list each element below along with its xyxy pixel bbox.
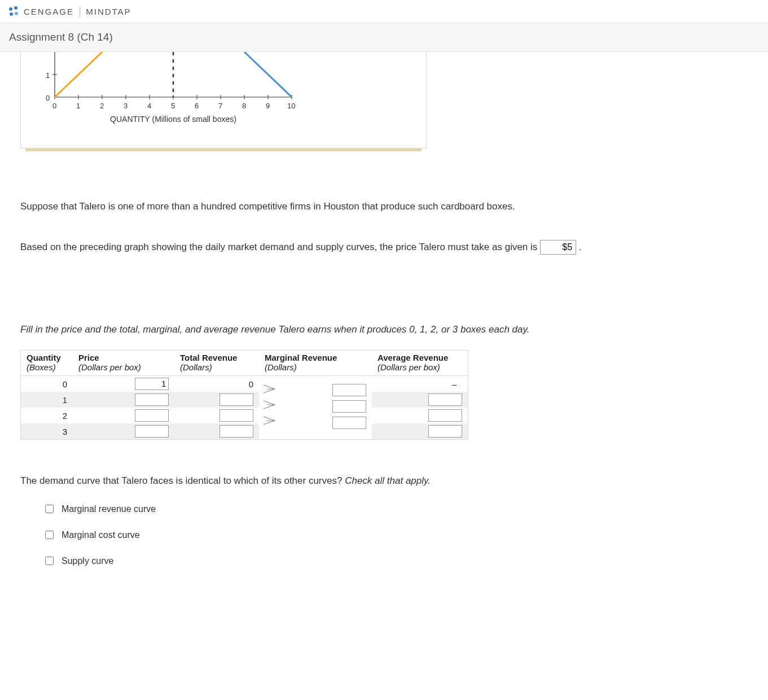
mr-cell-input[interactable] <box>332 384 366 396</box>
revenue-table: Quantity Price Total Revenue Marginal Re… <box>21 351 468 439</box>
fill-instruction: Fill in the price and the total, margina… <box>20 322 748 337</box>
ar-cell-input[interactable] <box>428 393 462 406</box>
price-cell-input[interactable] <box>135 393 169 406</box>
brand-header: CENGAGE | MINDTAP <box>0 0 768 23</box>
th-price: Price <box>73 351 174 362</box>
svg-point-2 <box>10 12 13 16</box>
paragraph-1: Suppose that Talero is one of more than … <box>20 199 748 214</box>
th-ar-sub: (Dollars per box) <box>372 362 468 376</box>
paragraph-2: Based on the preceding graph showing the… <box>20 240 748 255</box>
check-prompt-pre: The demand curve that Talero faces is id… <box>20 475 345 486</box>
paragraph-2-pre: Based on the preceding graph showing the… <box>20 242 537 252</box>
th-mr-sub: (Dollars) <box>259 362 372 376</box>
check-prompt-italic: Check all that apply. <box>345 475 431 486</box>
ar-cell-input[interactable] <box>428 409 462 422</box>
chart-panel: 1 0 0 1 2 3 4 5 6 7 8 9 10 <box>20 52 427 148</box>
brand-separator: | <box>78 5 81 18</box>
checkbox[interactable] <box>45 505 54 513</box>
arrow-icon <box>262 400 276 410</box>
check-label: Supply curve <box>62 556 114 566</box>
th-price-sub: (Dollars per box) <box>73 362 174 376</box>
ar-cell: – <box>372 376 468 392</box>
arrow-icon <box>262 415 276 426</box>
mr-cell-input[interactable] <box>332 400 366 413</box>
svg-point-0 <box>9 7 12 11</box>
tr-cell: 0 <box>174 376 259 392</box>
check-item[interactable]: Supply curve <box>45 556 748 566</box>
tr-cell-input[interactable] <box>220 409 253 422</box>
ar-cell-input[interactable] <box>428 425 462 438</box>
svg-text:4: 4 <box>147 102 151 110</box>
svg-text:10: 10 <box>287 102 295 110</box>
supply-demand-chart: 1 0 0 1 2 3 4 5 6 7 8 9 10 <box>32 52 309 131</box>
check-item[interactable]: Marginal revenue curve <box>45 504 748 514</box>
svg-text:9: 9 <box>266 102 270 110</box>
svg-line-32 <box>244 52 292 97</box>
cengage-logo-icon <box>7 5 20 18</box>
check-label: Marginal cost curve <box>62 530 140 540</box>
qty-cell: 2 <box>21 408 73 423</box>
price-cell-input[interactable] <box>135 378 169 390</box>
th-qty-sub: (Boxes) <box>21 362 73 376</box>
qty-cell: 1 <box>21 392 73 408</box>
table-row: 1 <box>21 392 468 408</box>
svg-text:QUANTITY (Millions of small bo: QUANTITY (Millions of small boxes) <box>110 115 236 124</box>
tr-cell-input[interactable] <box>220 425 253 438</box>
check-prompt: The demand curve that Talero faces is id… <box>20 474 748 488</box>
checkbox[interactable] <box>45 557 54 565</box>
price-input[interactable] <box>540 240 576 255</box>
check-list: Marginal revenue curve Marginal cost cur… <box>45 504 748 566</box>
assignment-title: Assignment 8 (Ch 14) <box>0 23 768 52</box>
table-row: 0 0 – <box>21 376 468 392</box>
th-ar: Average Revenue <box>372 351 468 362</box>
svg-text:6: 6 <box>195 102 199 110</box>
qty-cell: 0 <box>21 376 73 392</box>
svg-text:2: 2 <box>100 102 104 110</box>
svg-line-31 <box>55 52 102 97</box>
paragraph-2-post: . <box>579 242 582 252</box>
brand-main: CENGAGE <box>24 7 74 16</box>
th-mr: Marginal Revenue <box>259 351 372 362</box>
price-cell-input[interactable] <box>135 425 169 438</box>
revenue-table-wrap: Quantity Price Total Revenue Marginal Re… <box>20 350 468 440</box>
svg-point-3 <box>15 12 18 15</box>
checkbox[interactable] <box>45 531 54 539</box>
table-row: 2 <box>21 408 468 423</box>
th-qty: Quantity <box>21 351 73 362</box>
svg-text:1: 1 <box>76 102 80 110</box>
table-row: 3 <box>21 423 468 439</box>
svg-text:8: 8 <box>242 102 246 110</box>
svg-point-1 <box>14 6 17 10</box>
qty-cell: 3 <box>21 423 73 439</box>
check-label: Marginal revenue curve <box>62 504 156 514</box>
arrow-icon <box>262 384 276 394</box>
tr-cell-input[interactable] <box>220 393 253 406</box>
check-item[interactable]: Marginal cost curve <box>45 530 748 540</box>
svg-text:0: 0 <box>46 94 50 102</box>
price-cell-input[interactable] <box>135 409 169 422</box>
mr-cell-input[interactable] <box>332 417 366 429</box>
svg-text:5: 5 <box>171 102 175 110</box>
svg-text:3: 3 <box>124 102 128 110</box>
th-tr-sub: (Dollars) <box>174 362 259 376</box>
brand-sub: MINDTAP <box>86 7 131 16</box>
svg-text:7: 7 <box>218 102 222 110</box>
svg-text:1: 1 <box>46 71 50 80</box>
th-tr: Total Revenue <box>174 351 259 362</box>
svg-text:0: 0 <box>52 102 56 110</box>
